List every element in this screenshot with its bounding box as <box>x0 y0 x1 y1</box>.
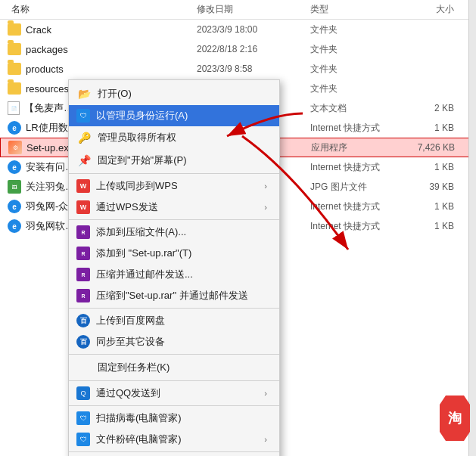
blank-icon <box>76 360 92 375</box>
scrollbar[interactable] <box>468 0 476 456</box>
menu-item-label: 固定到任务栏(K) <box>98 361 170 374</box>
menu-divider <box>69 380 279 381</box>
ie-icon: e <box>8 200 21 213</box>
file-size: 2 KB <box>401 103 462 113</box>
menu-item-file-shred[interactable]: 🛡 文件粉碎(电脑管家) › <box>69 429 279 450</box>
menu-item-add-rar[interactable]: R 添加到 "Set-up.rar"(T) <box>69 243 279 264</box>
header-type: 类型 <box>310 3 401 16</box>
menu-item-label: 固定到"开始"屏幕(P) <box>98 154 187 167</box>
shield-icon: 🛡 <box>76 411 90 425</box>
watermark: 淘 <box>440 396 470 441</box>
menu-item-label: 以管理员身份运行(A) <box>96 109 188 123</box>
file-date: 2023/3/9 8:58 <box>197 64 310 74</box>
file-type: 文本文档 <box>310 102 401 115</box>
submenu-arrow: › <box>264 435 267 444</box>
menu-item-pin-taskbar[interactable]: 固定到任务栏(K) <box>69 356 279 379</box>
ie-icon: e <box>8 121 21 135</box>
folder-icon <box>8 43 21 55</box>
menu-item-run-as-admin[interactable]: 🛡 以管理员身份运行(A) <box>69 105 279 126</box>
submenu-arrow: › <box>264 181 267 191</box>
ie-icon: e <box>8 160 21 174</box>
menu-item-open[interactable]: 📂 打开(O) <box>69 82 279 105</box>
menu-item-sync-devices[interactable]: 百 同步至其它设备 <box>69 331 279 352</box>
menu-item-pin-start[interactable]: 📌 固定到"开始"屏幕(P) <box>69 149 279 172</box>
menu-item-label: 压缩并通过邮件发送... <box>96 268 193 281</box>
menu-item-wps-upload[interactable]: W 上传或同步到WPS › <box>69 175 279 197</box>
file-row-products[interactable]: products 2023/3/9 8:58 文件夹 <box>0 59 476 79</box>
file-type: Internet 快捷方式 <box>310 122 401 135</box>
file-name: products <box>0 63 197 75</box>
shield-icon: 🛡 <box>76 109 90 123</box>
menu-item-label: 同步至其它设备 <box>96 335 165 349</box>
file-type: 文件夹 <box>310 63 401 76</box>
open-icon: 📂 <box>76 86 92 101</box>
file-size: 1 KB <box>401 221 462 231</box>
file-size: 1 KB <box>401 123 462 133</box>
menu-item-label: 添加到压缩文件(A)... <box>96 225 186 239</box>
menu-divider <box>69 405 279 406</box>
rar-icon: R <box>76 289 90 302</box>
ie-icon: e <box>8 219 21 233</box>
submenu-arrow: › <box>264 389 267 398</box>
menu-item-add-zip[interactable]: R 添加到压缩文件(A)... <box>69 222 279 243</box>
menu-divider <box>69 308 279 309</box>
folder-icon <box>8 82 21 95</box>
file-type: 文件夹 <box>310 43 401 56</box>
menu-item-zip-email2[interactable]: R 压缩到"Set-up.rar" 并通过邮件发送 <box>69 285 279 306</box>
file-name-text: products <box>26 64 64 75</box>
qq-icon: Q <box>76 386 90 400</box>
file-size: 39 KB <box>401 181 462 192</box>
menu-item-take-ownership[interactable]: 🔑 管理员取得所有权 <box>69 126 279 149</box>
folder-icon <box>8 63 21 75</box>
menu-item-qq-send[interactable]: Q 通过QQ发送到 › <box>69 383 279 404</box>
file-type: 应用程序 <box>311 141 402 154</box>
menu-divider <box>69 219 279 220</box>
menu-item-label: 通过QQ发送到 <box>96 386 160 400</box>
baidu-icon: 百 <box>76 335 90 349</box>
file-type: 文件夹 <box>310 23 401 36</box>
file-type: JPG 图片文件 <box>310 181 401 194</box>
menu-item-label: 管理员取得所有权 <box>98 131 176 144</box>
file-list-header: 名称 修改日期 类型 大小 <box>0 0 476 20</box>
file-name-text: resources <box>26 83 69 95</box>
jpg-icon: 🖼 <box>8 180 21 194</box>
txt-icon: 📄 <box>8 101 20 115</box>
file-type: 文件夹 <box>310 82 401 95</box>
header-date: 修改日期 <box>197 3 310 16</box>
menu-item-label: 通过WPS发送 <box>96 200 158 214</box>
file-date: 2022/8/18 2:16 <box>197 44 310 54</box>
menu-item-zip-email[interactable]: R 压缩并通过邮件发送... <box>69 264 279 285</box>
file-name-text: 【免麦声… <box>24 101 73 115</box>
rar-icon: R <box>76 268 90 281</box>
header-size: 大小 <box>401 3 462 16</box>
exe-icon: ⚙ <box>8 141 22 154</box>
file-name: packages <box>0 43 197 55</box>
file-name: Crack <box>0 23 197 36</box>
file-size: 7,426 KB <box>402 142 462 153</box>
menu-divider <box>69 354 279 355</box>
folder-icon <box>8 23 21 36</box>
key-icon: 🔑 <box>76 130 92 145</box>
file-name-text: Crack <box>26 24 51 36</box>
baidu-icon: 百 <box>76 314 90 327</box>
header-name: 名称 <box>0 3 197 16</box>
menu-item-scan-virus[interactable]: 🛡 扫描病毒(电脑管家) <box>69 408 279 429</box>
menu-item-label: 添加到 "Set-up.rar"(T) <box>96 247 191 260</box>
menu-item-label: 压缩到"Set-up.rar" 并通过邮件发送 <box>96 289 248 302</box>
file-row-crack[interactable]: Crack 2023/3/9 18:00 文件夹 <box>0 20 476 39</box>
menu-item-label: 上传到百度网盘 <box>96 314 165 327</box>
wps-icon: W <box>76 179 90 193</box>
file-size: 1 KB <box>401 201 462 212</box>
wps-icon: W <box>76 200 90 214</box>
context-menu[interactable]: 📂 打开(O) 🛡 以管理员身份运行(A) 🔑 管理员取得所有权 📌 固定到"开… <box>68 79 280 456</box>
menu-item-wps-send[interactable]: W 通过WPS发送 › <box>69 197 279 218</box>
file-type: Internet 快捷方式 <box>310 220 401 233</box>
rar-icon: R <box>76 225 90 239</box>
menu-item-label: 打开(O) <box>98 87 132 101</box>
shield-icon: 🛡 <box>76 433 90 446</box>
menu-divider <box>69 451 279 452</box>
menu-item-baidu-upload[interactable]: 百 上传到百度网盘 <box>69 310 279 331</box>
file-type: Internet 快捷方式 <box>310 200 401 213</box>
menu-divider <box>69 173 279 174</box>
file-row-packages[interactable]: packages 2022/8/18 2:16 文件夹 <box>0 39 476 59</box>
